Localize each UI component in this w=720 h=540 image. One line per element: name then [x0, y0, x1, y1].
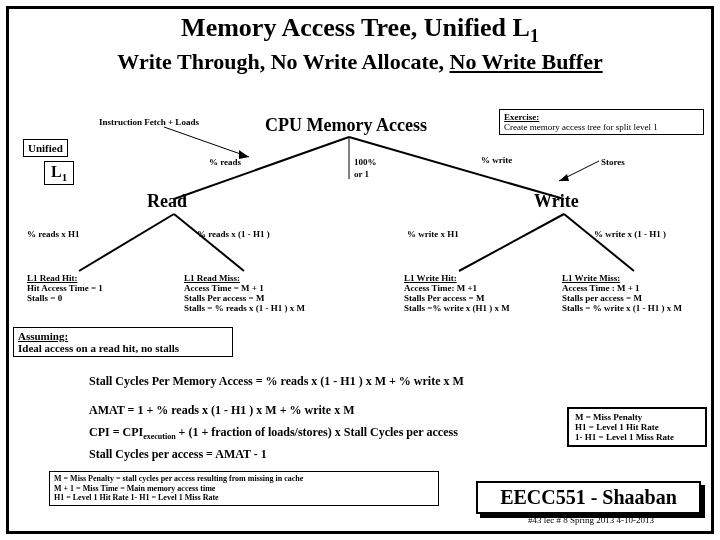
- read-node: Read: [147, 191, 187, 212]
- svg-line-7: [559, 161, 599, 181]
- write-node: Write: [534, 191, 579, 212]
- footer-defs: M = Miss Penalty = stall cycles per acce…: [49, 471, 439, 506]
- course-date: #43 lec # 8 Spring 2013 4-10-2013: [476, 515, 706, 525]
- svg-line-3: [174, 214, 244, 271]
- svg-line-2: [79, 214, 174, 271]
- course-box: EECC551 - Shaaban: [476, 481, 701, 514]
- or1-label: or 1: [354, 169, 369, 179]
- assuming-box: Assuming: Ideal access on a read hit, no…: [13, 327, 233, 357]
- write-x-1mh1: % write x (1 - H1 ): [594, 229, 666, 239]
- exercise-box: Exercise: Create memory access tree for …: [499, 109, 704, 135]
- l1-write-hit: L1 Write Hit: Access Time: M +1 Stalls P…: [404, 273, 554, 313]
- pct-reads-label: % reads: [209, 157, 241, 167]
- write-x-h1: % write x H1: [407, 229, 459, 239]
- hundred-label: 100%: [354, 157, 377, 167]
- l1-read-miss: L1 Read Miss: Access Time = M + 1 Stalls…: [184, 273, 339, 313]
- pct-write-label: % write: [481, 155, 512, 165]
- eq-cpi: CPI = CPIexecution + (1 + fraction of lo…: [89, 425, 458, 441]
- svg-marker-8: [559, 174, 569, 181]
- unified-box: Unified: [23, 139, 68, 157]
- reads-x-h1: % reads x H1: [27, 229, 80, 239]
- stores-label: Stores: [601, 157, 625, 167]
- page-subtitle: Write Through, No Write Allocate, No Wri…: [9, 49, 711, 75]
- svg-line-9: [164, 127, 249, 157]
- svg-line-1: [349, 137, 564, 199]
- svg-line-5: [564, 214, 634, 271]
- legend-box: M = Miss Penalty H1 = Level 1 Hit Rate 1…: [567, 407, 707, 447]
- cpu-memory-access: CPU Memory Access: [265, 115, 427, 136]
- svg-line-0: [174, 137, 349, 199]
- eq-stall-cycles: Stall Cycles Per Memory Access = % reads…: [89, 374, 464, 389]
- page-title: Memory Access Tree, Unified L1: [9, 13, 711, 47]
- eq-stall-access: Stall Cycles per access = AMAT - 1: [89, 447, 267, 462]
- svg-line-4: [459, 214, 564, 271]
- instruction-fetch-label: Instruction Fetch + Loads: [99, 117, 199, 127]
- l1-box: L1: [44, 161, 74, 185]
- reads-x-1mh1: % reads x (1 - H1 ): [197, 229, 270, 239]
- l1-write-miss: L1 Write Miss: Access Time : M + 1 Stall…: [562, 273, 712, 313]
- eq-amat: AMAT = 1 + % reads x (1 - H1 ) x M + % w…: [89, 403, 354, 418]
- l1-read-hit: L1 Read Hit: Hit Access Time = 1 Stalls …: [27, 273, 147, 303]
